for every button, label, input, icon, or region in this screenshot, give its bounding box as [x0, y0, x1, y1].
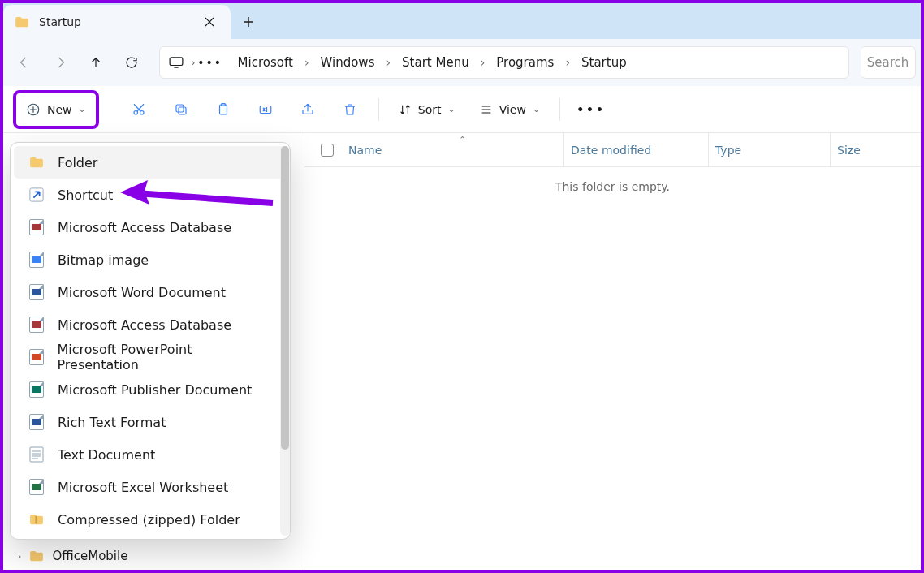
new-button[interactable]: New ⌄	[18, 95, 94, 124]
menu-item-label: Microsoft Publisher Document	[58, 382, 252, 398]
folder-icon	[15, 16, 29, 28]
column-header-type[interactable]: Type	[709, 133, 831, 166]
annotation-arrow	[120, 179, 274, 211]
search-placeholder: Search	[867, 55, 909, 70]
tree-item-label: OfficeMobile	[52, 549, 127, 563]
access-icon	[28, 219, 45, 235]
column-header-size[interactable]: Size	[831, 133, 913, 166]
menu-item-label: Text Document	[58, 447, 155, 463]
rename-button[interactable]	[248, 93, 283, 127]
menu-item-label: Microsoft Excel Worksheet	[58, 480, 228, 495]
view-label: View	[499, 103, 526, 116]
chevron-right-icon: ›	[18, 551, 21, 562]
menu-item-label: Compressed (zipped) Folder	[58, 512, 240, 528]
select-all-checkbox[interactable]	[313, 144, 342, 157]
new-menu-item-publisher[interactable]: Microsoft Publisher Document	[14, 373, 287, 406]
annotation-highlight-new: New ⌄	[13, 90, 99, 129]
tree-item-officemobile[interactable]: › OfficeMobile	[18, 549, 127, 563]
sort-label: Sort	[418, 103, 442, 116]
chevron-right-icon[interactable]: ›	[300, 56, 314, 69]
new-menu-item-bitmap[interactable]: Bitmap image	[14, 243, 287, 276]
overflow-icon[interactable]: •••	[202, 56, 218, 69]
forward-button[interactable]	[44, 46, 76, 79]
scrollbar-thumb[interactable]	[281, 146, 289, 450]
chevron-right-icon[interactable]: ›	[476, 56, 490, 69]
menu-item-label: Shortcut	[58, 187, 113, 203]
chevron-right-icon[interactable]: ›	[560, 56, 575, 69]
address-bar[interactable]: › ••• Microsoft › Windows › Start Menu ›…	[159, 46, 849, 79]
svg-rect-8	[260, 106, 271, 113]
new-menu-item-powerpoint[interactable]: Microsoft PowerPoint Presentation	[14, 341, 287, 373]
svg-rect-0	[170, 58, 183, 66]
column-headers: ⌃ Name Date modified Type Size	[304, 133, 921, 167]
svg-rect-10	[30, 447, 43, 462]
new-menu-item-folder[interactable]: Folder	[14, 146, 287, 179]
column-header-name[interactable]: Name	[342, 133, 564, 166]
new-menu-item-excel[interactable]: Microsoft Excel Worksheet	[14, 471, 287, 503]
breadcrumb-segment[interactable]: Microsoft	[233, 52, 298, 73]
sort-button[interactable]: Sort ⌄	[391, 93, 464, 127]
menu-item-label: Microsoft Access Database	[58, 220, 231, 235]
menu-item-label: Microsoft Access Database	[58, 317, 231, 333]
paste-button[interactable]	[206, 93, 240, 127]
command-bar: New ⌄ Sort ⌄ View ⌄ •••	[0, 86, 924, 133]
excel-icon	[28, 479, 45, 495]
folder-icon	[29, 550, 44, 562]
column-header-date[interactable]: Date modified	[564, 133, 709, 166]
folder-icon	[28, 157, 45, 168]
menu-item-label: Rich Text Format	[58, 415, 166, 430]
new-button-label: New	[47, 103, 72, 116]
zip-icon	[28, 514, 45, 525]
search-input[interactable]: Search	[861, 46, 916, 79]
ellipsis-icon: •••	[576, 103, 606, 116]
sort-icon	[399, 103, 412, 116]
menu-item-label: Microsoft PowerPoint Presentation	[57, 342, 272, 373]
breadcrumb-segment[interactable]: Windows	[315, 52, 379, 73]
powerpoint-icon	[28, 349, 44, 365]
breadcrumb-segment[interactable]: Start Menu	[397, 52, 474, 73]
up-button[interactable]	[80, 46, 112, 79]
pc-icon	[168, 57, 184, 68]
chevron-down-icon: ⌄	[533, 104, 540, 114]
svg-rect-4	[179, 107, 186, 114]
bitmap-icon	[28, 252, 45, 268]
view-button[interactable]: View ⌄	[472, 93, 548, 127]
new-menu-item-word[interactable]: Microsoft Word Document	[14, 276, 287, 308]
active-tab[interactable]: Startup	[3, 5, 231, 39]
share-button[interactable]	[291, 93, 325, 127]
back-button[interactable]	[8, 46, 41, 79]
breadcrumb-segment[interactable]: Startup	[576, 52, 632, 73]
new-tab-button[interactable]	[231, 5, 266, 39]
plus-circle-icon	[26, 102, 41, 117]
chevron-right-icon[interactable]: ›	[381, 56, 395, 69]
word-icon	[28, 284, 45, 300]
sort-indicator-icon: ⌃	[459, 135, 466, 145]
shortcut-icon	[28, 187, 45, 202]
new-menu-item-text[interactable]: Text Document	[14, 438, 287, 471]
chevron-down-icon: ⌄	[79, 104, 86, 114]
menu-item-label: Bitmap image	[58, 252, 149, 268]
delete-button[interactable]	[333, 93, 367, 127]
publisher-icon	[28, 381, 45, 398]
breadcrumb-segment[interactable]: Programs	[491, 52, 559, 73]
new-menu-item-rtf[interactable]: Rich Text Format	[14, 406, 287, 438]
new-menu-item-access[interactable]: Microsoft Access Database	[14, 308, 287, 341]
cut-button[interactable]	[122, 93, 156, 127]
navigation-bar: › ••• Microsoft › Windows › Start Menu ›…	[0, 39, 924, 86]
new-menu-item-access[interactable]: Microsoft Access Database	[14, 211, 287, 243]
svg-rect-5	[176, 105, 184, 112]
more-button[interactable]: •••	[572, 93, 611, 127]
tab-strip: Startup	[0, 0, 924, 39]
refresh-button[interactable]	[115, 46, 148, 79]
separator	[378, 98, 379, 121]
text-icon	[28, 446, 45, 463]
menu-item-label: Folder	[58, 155, 97, 170]
menu-item-label: Microsoft Word Document	[58, 285, 226, 300]
copy-button[interactable]	[164, 93, 198, 127]
empty-folder-message: This folder is empty.	[304, 167, 921, 193]
tab-close-button[interactable]	[200, 12, 219, 32]
menu-scrollbar[interactable]	[280, 146, 290, 536]
file-list: ⌃ Name Date modified Type Size This fold…	[304, 133, 921, 570]
new-menu-item-zip[interactable]: Compressed (zipped) Folder	[14, 503, 287, 536]
tab-title: Startup	[39, 15, 190, 28]
